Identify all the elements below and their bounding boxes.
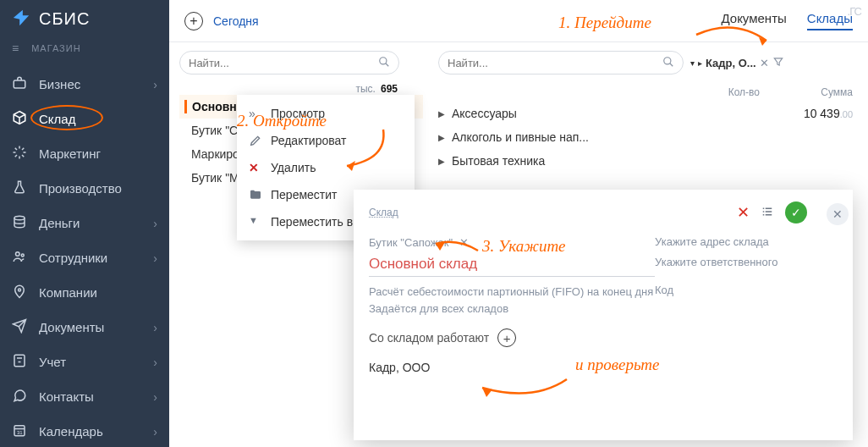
search-warehouses[interactable] <box>179 51 399 74</box>
warehouse-card: Склад ✕ ✓ Бутик "Сапожок" ✕ Укажите адре… <box>354 190 853 440</box>
chevron-right-icon: › <box>153 217 157 230</box>
chevron-right-icon: › <box>153 251 157 265</box>
topbar: + Сегодня Документы Склады <box>169 0 868 42</box>
total-header: тыс. 695 <box>179 83 423 95</box>
sidebar-item-contacts[interactable]: Контакты › <box>0 379 169 414</box>
system-icon: .ГС <box>848 5 861 18</box>
ctx-view[interactable]: » Просмотр <box>237 100 415 127</box>
sidebar-item-label: Документы <box>39 320 104 334</box>
sidebar-item-business[interactable]: Бизнес › <box>0 67 169 102</box>
pencil-icon <box>249 134 262 147</box>
ctx-label: Переместить в <box>271 215 353 229</box>
svg-point-9 <box>664 57 671 63</box>
search-input[interactable] <box>189 57 378 69</box>
crumb-text: Кадр, О... <box>706 57 756 69</box>
chevron-right-icon: › <box>153 390 157 404</box>
sidebar-item-employees[interactable]: Сотрудники › <box>0 240 169 275</box>
ctx-label: Удалить <box>271 161 316 174</box>
tab-documents[interactable]: Документы <box>721 11 786 30</box>
filter-icon[interactable] <box>772 56 784 70</box>
sidebar-item-money[interactable]: Деньги › <box>0 206 169 240</box>
flask-icon <box>12 179 27 197</box>
calc-text: Расчёт себестоимости партионный (FIFO) н… <box>369 284 655 317</box>
shop-row[interactable]: ≡ МАГАЗИН <box>0 35 169 62</box>
close-card-button[interactable]: ✕ <box>827 203 849 225</box>
sidebar-item-documents[interactable]: Документы › <box>0 310 169 345</box>
works-with-row: Со складом работают + <box>369 328 807 347</box>
svg-rect-5 <box>14 355 25 367</box>
sidebar-item-calendar[interactable]: 31 Календарь › <box>0 414 169 447</box>
spark-icon <box>12 145 27 163</box>
sidebar-item-marketing[interactable]: Маркетинг <box>0 136 169 171</box>
thousands-label: тыс. <box>356 83 376 95</box>
sidebar-item-label: Сотрудники <box>39 251 107 265</box>
remove-parent-icon[interactable]: ✕ <box>459 236 469 249</box>
tab-stores[interactable]: Склады <box>807 11 853 30</box>
chevron-right-icon: › <box>153 425 157 439</box>
svg-point-3 <box>21 254 24 257</box>
chevron-right-icon: › <box>153 78 157 91</box>
logo-row: СБИС <box>0 0 169 35</box>
category-name: Аксессуары <box>452 107 760 120</box>
card-header: Склад ✕ ✓ <box>369 201 807 224</box>
list-icon[interactable] <box>760 204 775 222</box>
ctx-label: Просмотр <box>271 107 325 120</box>
svg-point-1 <box>14 216 25 220</box>
x-icon: ✕ <box>249 161 262 174</box>
chat-icon <box>12 388 27 406</box>
ctx-edit[interactable]: Редактироват <box>237 127 415 154</box>
warehouse-name-input[interactable]: Основной склад <box>369 256 655 277</box>
coins-icon <box>12 214 27 232</box>
sidebar-item-accounting[interactable]: Учет › <box>0 345 169 379</box>
add-org-button[interactable]: + <box>497 328 516 347</box>
svg-point-8 <box>380 57 387 63</box>
sidebar-item-production[interactable]: Производство <box>0 171 169 206</box>
parent-name: Бутик "Сапожок" <box>369 236 453 249</box>
search-input[interactable] <box>448 57 662 69</box>
category-row[interactable]: ▶ Бытовая техника <box>438 149 853 173</box>
caret-right-icon: ▶ <box>438 133 445 142</box>
sidebar: СБИС ≡ МАГАЗИН Бизнес › Склад Маркетинг … <box>0 0 169 447</box>
logo-icon <box>12 8 30 30</box>
breadcrumb-filter[interactable]: ▾ ▸ Кадр, О... ✕ <box>690 56 784 70</box>
chevron-right-icon: › <box>153 321 157 334</box>
search-categories[interactable] <box>438 51 684 74</box>
sidebar-item-label: Склад <box>39 112 75 126</box>
org-name[interactable]: Кадр, ООО <box>369 361 807 374</box>
caret-right-icon: ▶ <box>438 157 445 166</box>
search-icon <box>378 56 390 70</box>
chevron-double-icon: » <box>249 107 262 120</box>
box-icon <box>12 110 27 128</box>
parent-tag[interactable]: Бутик "Сапожок" ✕ <box>369 236 469 249</box>
caret-down-icon: ▼ <box>249 215 262 229</box>
chevron-right-icon: › <box>153 356 157 369</box>
caret-right-icon: ▸ <box>698 58 702 68</box>
send-icon <box>12 318 27 336</box>
sidebar-item-warehouse[interactable]: Склад <box>0 102 169 136</box>
sidebar-item-companies[interactable]: Компании <box>0 275 169 310</box>
sidebar-item-label: Маркетинг <box>39 146 101 161</box>
category-row[interactable]: ▶ Алкоголь и пивные нап... <box>438 125 853 149</box>
sidebar-item-label: Календарь <box>39 424 103 439</box>
pin-icon <box>12 284 27 301</box>
clear-icon[interactable]: ✕ <box>760 57 769 69</box>
add-button[interactable]: + <box>184 12 203 30</box>
category-row[interactable]: ▶ Аксессуары 10 439.00 <box>438 102 853 125</box>
code-hint[interactable]: Код <box>655 284 807 317</box>
address-hint[interactable]: Укажите адрес склада <box>655 235 807 249</box>
sidebar-item-label: Бизнес <box>39 77 80 91</box>
delete-button[interactable]: ✕ <box>737 203 750 222</box>
category-name: Бытовая техника <box>452 154 853 168</box>
category-name: Алкоголь и пивные нап... <box>452 130 853 144</box>
search-icon <box>662 56 674 70</box>
sidebar-item-label: Производство <box>39 181 122 196</box>
confirm-button[interactable]: ✓ <box>785 201 807 224</box>
card-title[interactable]: Склад <box>369 207 398 218</box>
ctx-label: Переместит <box>271 188 337 201</box>
svg-point-2 <box>16 252 20 257</box>
ctx-delete[interactable]: ✕ Удалить <box>237 154 415 181</box>
thousands-value: 695 <box>381 83 398 95</box>
today-link[interactable]: Сегодня <box>213 14 259 28</box>
sidebar-item-label: Контакты <box>39 389 94 404</box>
responsible-hint[interactable]: Укажите ответственного <box>655 256 807 277</box>
